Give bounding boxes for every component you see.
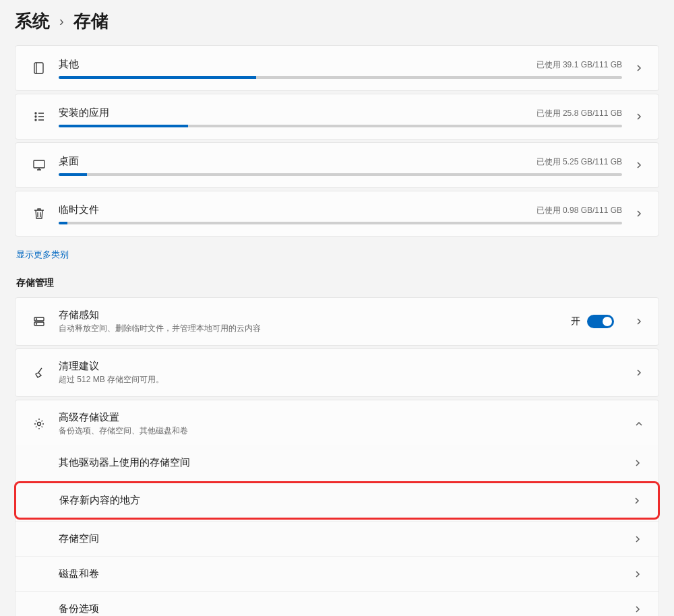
category-title: 其他 bbox=[59, 58, 79, 71]
sub-item-label: 存储空间 bbox=[59, 532, 99, 545]
broom-icon bbox=[28, 366, 51, 379]
usage-bar bbox=[59, 173, 622, 176]
svg-point-3 bbox=[35, 119, 36, 121]
storage-sense-icon bbox=[28, 315, 51, 328]
trash-icon bbox=[28, 207, 51, 220]
category-title: 临时文件 bbox=[59, 204, 99, 216]
storage-management-header: 存储管理 bbox=[15, 277, 659, 297]
chevron-right-icon bbox=[630, 605, 645, 613]
sub-item-label: 保存新内容的地方 bbox=[59, 494, 140, 507]
row-subtitle: 超过 512 MB 存储空间可用。 bbox=[59, 374, 622, 386]
usage-bar bbox=[59, 125, 622, 127]
sub-item-disks-volumes[interactable]: 磁盘和卷 bbox=[16, 556, 658, 591]
storage-category-temp[interactable]: 临时文件 已使用 0.98 GB/111 GB bbox=[15, 191, 659, 237]
advanced-storage-row[interactable]: 高级存储设置 备份选项、存储空间、其他磁盘和卷 bbox=[15, 400, 659, 448]
cleanup-recommendations-row[interactable]: 清理建议 超过 512 MB 存储空间可用。 bbox=[15, 348, 659, 397]
usage-bar bbox=[59, 76, 622, 79]
category-usage: 已使用 0.98 GB/111 GB bbox=[537, 205, 622, 216]
sub-item-backup-options[interactable]: 备份选项 bbox=[16, 591, 658, 616]
apps-icon bbox=[28, 110, 51, 123]
row-title: 高级存储设置 bbox=[59, 411, 622, 424]
category-usage: 已使用 39.1 GB/111 GB bbox=[537, 59, 622, 71]
category-usage: 已使用 5.25 GB/111 GB bbox=[537, 156, 622, 168]
svg-point-1 bbox=[35, 113, 36, 114]
sub-item-storage-spaces[interactable]: 存储空间 bbox=[16, 521, 658, 556]
svg-point-8 bbox=[36, 324, 36, 324]
row-title: 清理建议 bbox=[59, 360, 622, 373]
sub-item-save-locations[interactable]: 保存新内容的地方 bbox=[14, 481, 660, 520]
chevron-right-icon bbox=[630, 570, 645, 578]
toggle-label: 开 bbox=[571, 315, 580, 328]
desktop-icon bbox=[28, 158, 51, 172]
category-title: 安装的应用 bbox=[59, 106, 109, 119]
breadcrumb-current: 存储 bbox=[73, 9, 109, 33]
chevron-right-icon bbox=[632, 64, 646, 72]
row-title: 存储感知 bbox=[59, 309, 571, 321]
row-subtitle: 自动释放空间、删除临时文件，并管理本地可用的云内容 bbox=[59, 323, 571, 334]
svg-rect-4 bbox=[34, 160, 44, 168]
breadcrumb-sep-icon: › bbox=[59, 13, 64, 29]
svg-point-9 bbox=[38, 423, 41, 426]
sub-item-label: 其他驱动器上使用的存储空间 bbox=[59, 456, 190, 469]
storage-category-apps[interactable]: 安装的应用 已使用 25.8 GB/111 GB bbox=[15, 94, 659, 140]
sub-item-label: 磁盘和卷 bbox=[59, 567, 99, 580]
gear-icon bbox=[28, 417, 51, 431]
breadcrumb-parent[interactable]: 系统 bbox=[15, 9, 50, 33]
chevron-right-icon bbox=[632, 113, 646, 121]
storage-category-other[interactable]: 其他 已使用 39.1 GB/111 GB bbox=[15, 45, 659, 91]
breadcrumb: 系统 › 存储 bbox=[15, 0, 659, 45]
chevron-right-icon bbox=[630, 497, 644, 505]
row-subtitle: 备份选项、存储空间、其他磁盘和卷 bbox=[59, 425, 622, 437]
svg-point-7 bbox=[36, 319, 36, 319]
show-more-categories-link[interactable]: 显示更多类别 bbox=[15, 239, 70, 277]
storage-category-desktop[interactable]: 桌面 已使用 5.25 GB/111 GB bbox=[15, 142, 659, 188]
sub-item-other-drives[interactable]: 其他驱动器上使用的存储空间 bbox=[16, 445, 658, 480]
svg-point-2 bbox=[35, 116, 36, 117]
category-usage: 已使用 25.8 GB/111 GB bbox=[537, 108, 622, 119]
sub-item-label: 备份选项 bbox=[59, 603, 99, 615]
usage-bar bbox=[59, 222, 622, 224]
storage-sense-toggle[interactable] bbox=[587, 315, 614, 328]
chevron-right-icon bbox=[632, 210, 646, 218]
chevron-right-icon bbox=[632, 369, 646, 377]
chevron-right-icon bbox=[632, 161, 646, 169]
advanced-sub-list: 其他驱动器上使用的存储空间 保存新内容的地方 存储空间 磁盘和卷 备份选项 bbox=[15, 445, 659, 616]
chevron-up-icon bbox=[632, 420, 646, 428]
chevron-right-icon bbox=[630, 535, 645, 543]
svg-rect-0 bbox=[34, 63, 43, 73]
chevron-right-icon bbox=[630, 459, 645, 467]
category-title: 桌面 bbox=[59, 155, 79, 168]
chevron-right-icon bbox=[632, 317, 646, 326]
storage-sense-row[interactable]: 存储感知 自动释放空间、删除临时文件，并管理本地可用的云内容 开 bbox=[15, 297, 659, 346]
other-icon bbox=[28, 61, 51, 75]
